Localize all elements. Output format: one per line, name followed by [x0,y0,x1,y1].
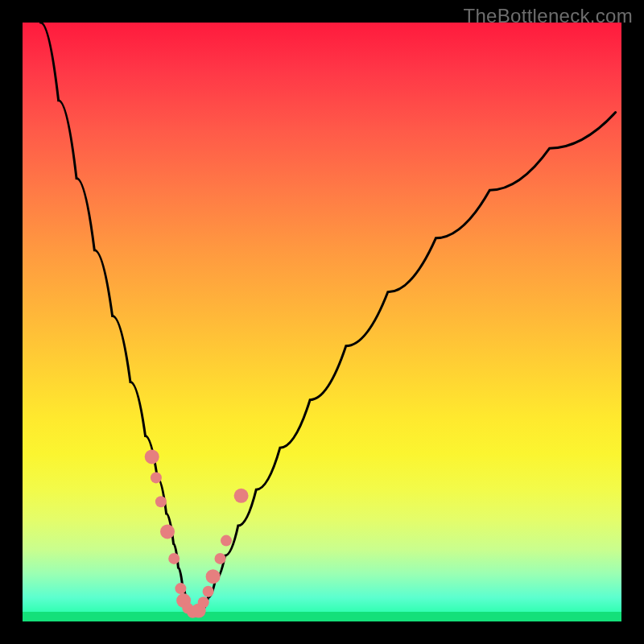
baseline-strip [23,612,621,621]
highlight-marker [151,472,162,483]
highlight-marker [168,553,180,564]
highlight-marker [160,524,175,539]
highlight-marker [221,535,232,547]
bottleneck-curve [40,23,615,613]
highlight-marker [215,553,226,564]
bottleneck-curve-path [40,23,615,613]
highlight-marker [175,583,186,594]
highlight-marker [155,496,167,507]
chart-plot-area [23,23,621,621]
highlight-markers [145,449,249,617]
highlight-marker [145,449,159,464]
highlight-marker [234,489,249,503]
highlight-marker [206,569,221,584]
watermark-text: TheBottleneck.com [463,5,633,27]
chart-overlay [23,23,621,621]
highlight-marker [198,597,209,608]
highlight-marker [176,593,191,608]
highlight-marker [203,586,214,597]
